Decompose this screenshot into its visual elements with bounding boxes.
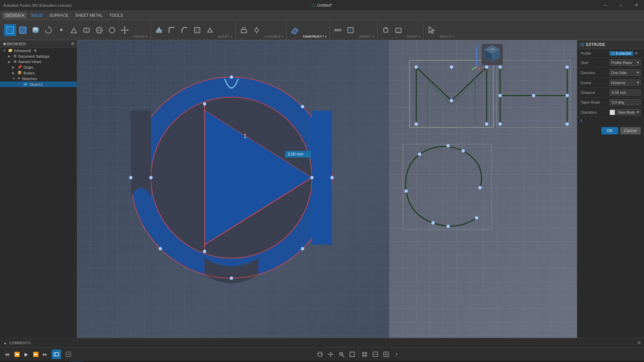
hole-button[interactable]: [106, 24, 118, 36]
panel-buttons: OK Cancel: [577, 124, 644, 137]
cancel-button[interactable]: Cancel: [620, 127, 641, 134]
chamfer-button[interactable]: [178, 24, 191, 36]
viewport[interactable]: ↕ 0.00 mm ⋮: [77, 40, 577, 338]
joint-button[interactable]: [251, 24, 263, 36]
new-component-button[interactable]: [238, 24, 250, 36]
timeline-mode-button[interactable]: [52, 350, 61, 359]
construct-label[interactable]: CONSTRUCT *: [302, 35, 328, 39]
modify-label[interactable]: MODIFY: [217, 35, 234, 39]
svg-marker-15: [124, 33, 126, 34]
measure-button[interactable]: [332, 24, 344, 36]
pan-tool[interactable]: [326, 350, 335, 359]
svg-point-5: [33, 27, 39, 31]
fit-tool[interactable]: [347, 350, 357, 359]
menu-item-surface[interactable]: SURFACE: [47, 12, 71, 18]
insert-label[interactable]: INSERT: [405, 35, 422, 39]
ok-button[interactable]: OK: [601, 127, 618, 134]
settings-icon: ⚙: [34, 49, 37, 52]
assemble-label[interactable]: ASSEMBLE: [263, 35, 285, 39]
zoom-tool[interactable]: [337, 350, 346, 359]
tree-item-origin[interactable]: ▶ 📌 Origin: [0, 64, 77, 70]
svg-rect-112: [362, 355, 364, 357]
loft-button[interactable]: [68, 24, 80, 36]
playback-first-button[interactable]: ⏮: [3, 350, 11, 358]
grid-options-button[interactable]: [381, 350, 391, 359]
distance-input[interactable]: 0.00 mm: [609, 89, 641, 96]
close-button[interactable]: ✕: [629, 0, 644, 11]
orbit-tool[interactable]: [315, 350, 325, 359]
direction-dropdown[interactable]: One Side ▾: [609, 69, 641, 76]
title-bar: Autodesk Fusion 360 (Education License) …: [0, 0, 644, 11]
navigation-cube[interactable]: TOP: [481, 44, 503, 65]
svg-marker-100: [332, 354, 333, 355]
create-sketch-button[interactable]: [4, 24, 16, 36]
input-expand-icon[interactable]: ⋮: [305, 153, 308, 156]
web-button[interactable]: [93, 24, 105, 36]
input-value[interactable]: 0.00 mm: [288, 152, 304, 157]
draft-button[interactable]: [204, 24, 216, 36]
tree-item-sketch1[interactable]: ✓ ✏ Sketch1: [0, 81, 77, 87]
menu-item-solid[interactable]: SOLID: [28, 12, 45, 18]
maximize-button[interactable]: □: [613, 0, 629, 11]
create-form-button[interactable]: [17, 24, 29, 36]
svg-point-62: [415, 122, 418, 126]
environment-options-button[interactable]: ▾: [392, 350, 401, 359]
fillet-button[interactable]: [166, 24, 178, 36]
toolbar-group-construct: CONSTRUCT *: [287, 20, 330, 40]
section-analysis-button[interactable]: [344, 24, 357, 36]
distance-input-popup[interactable]: 0.00 mm ⋮: [285, 151, 311, 158]
select-label[interactable]: SELECT: [438, 35, 456, 39]
inspect-label[interactable]: INSPECT: [357, 35, 376, 39]
tree-item-bodies[interactable]: ▶ 📦 Bodies: [0, 70, 77, 76]
extent-dropdown[interactable]: Distance ▾: [609, 79, 641, 86]
taper-angle-input[interactable]: 0.0 deg: [609, 99, 641, 105]
timeline-mode2-button[interactable]: [64, 350, 73, 359]
extent-label: Extent: [581, 81, 607, 85]
menu-item-design[interactable]: DESIGN ▾: [3, 12, 26, 18]
profile-remove-button[interactable]: ✕: [635, 51, 638, 56]
select-button[interactable]: [426, 24, 438, 36]
svg-text:Z: Z: [477, 44, 479, 47]
chevron-down-icon: ▾: [637, 60, 639, 65]
collapse-left-icon[interactable]: ◀: [3, 42, 5, 46]
start-dropdown[interactable]: Profile Plane ▾: [609, 59, 641, 66]
browser-header[interactable]: ◀ BROWSER ⊘: [0, 40, 77, 48]
svg-point-48: [330, 176, 334, 179]
construct-plane-button[interactable]: [289, 24, 301, 36]
insert-derive-button[interactable]: [380, 24, 392, 36]
display-mode-button[interactable]: [360, 350, 369, 359]
svg-line-102: [342, 355, 344, 357]
rib-button[interactable]: [80, 24, 93, 36]
move-copy-button[interactable]: [119, 24, 131, 36]
svg-point-59: [415, 65, 418, 69]
playback-play-button[interactable]: ▶: [22, 350, 30, 358]
sweep-button[interactable]: ✦: [55, 24, 67, 36]
shell-button[interactable]: [191, 24, 203, 36]
collapse-icon[interactable]: ▲: [3, 341, 7, 345]
minimize-button[interactable]: ─: [598, 0, 613, 11]
profile-selected-badge[interactable]: ⬡ 8 selected: [609, 51, 633, 56]
tree-item-label: (Unsaved): [14, 49, 31, 53]
revolve-button[interactable]: [42, 24, 54, 36]
view-options-button[interactable]: [371, 350, 380, 359]
menu-item-tools[interactable]: TOOLS: [107, 12, 125, 18]
info-icon: ℹ: [581, 119, 582, 123]
extrude-button[interactable]: [30, 24, 42, 36]
operation-dropdown[interactable]: New Body ▾: [616, 109, 641, 115]
browser-collapse-button[interactable]: ⊘: [71, 42, 74, 46]
insert-canvas-button[interactable]: [392, 24, 405, 36]
svg-point-49: [129, 176, 132, 179]
playback-next-button[interactable]: ⏩: [32, 350, 40, 358]
playback-last-button[interactable]: ⏭: [41, 350, 49, 358]
create-label[interactable]: CREATE: [131, 35, 149, 39]
tree-item-document-settings[interactable]: ▶ ⚙ Document Settings: [0, 53, 77, 59]
playback-prev-button[interactable]: ⏪: [13, 350, 21, 358]
tree-item-sketches[interactable]: ▼ ✏ Sketches: [0, 76, 77, 81]
tree-item-named-views[interactable]: ▶ 👁 Named Views: [0, 59, 77, 64]
press-pull-button[interactable]: [153, 24, 165, 36]
tree-item-unsaved[interactable]: ▼ 📁 (Unsaved) ⚙: [0, 48, 77, 53]
comments-close-icon[interactable]: ⊘: [638, 341, 641, 345]
menu-item-sheet-metal[interactable]: SHEET METAL: [72, 12, 105, 18]
sketch-icon: ✏: [23, 82, 28, 86]
operation-value: ⬜ New Body ▾: [609, 109, 641, 115]
